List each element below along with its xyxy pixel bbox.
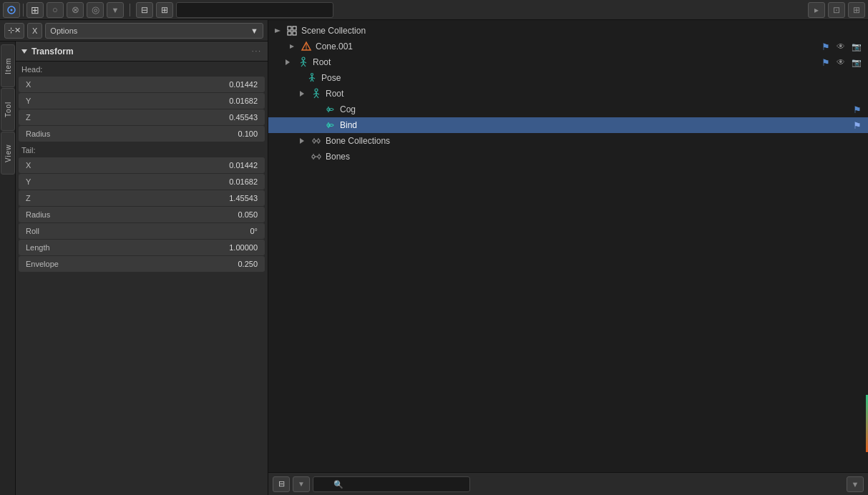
top-toolbar: ⊞ ○ ⊗ ◎ ▼ ⊟ ⊞ ▸ ⊡ ⊞ [0, 0, 868, 20]
circle-icon-btn[interactable]: ○ [47, 2, 64, 18]
disabled-icon-btn[interactable]: ⊗ [67, 2, 84, 18]
bind-flag-icon[interactable]: ⚑ [852, 120, 862, 130]
svg-marker-7 [290, 44, 294, 49]
length-value: 1.00000 [83, 243, 265, 252]
cog-actions: ⚑ [852, 104, 868, 114]
root-bone-group-item[interactable]: Root [268, 86, 868, 102]
svg-point-24 [315, 89, 318, 92]
length-label: Length [19, 243, 83, 252]
length-row[interactable]: Length 1.00000 [19, 240, 265, 255]
outliner-content: Scene Collection Cone.001 ⚑ 👁 [268, 20, 868, 472]
bottom-spacer [313, 476, 844, 492]
outliner-view-dropdown-btn[interactable]: ▼ [293, 476, 310, 492]
tab-view[interactable]: View [1, 132, 15, 175]
cog-label: Cog [340, 104, 849, 114]
tail-radius-value: 0.050 [83, 210, 265, 219]
head-radius-value: 0.100 [83, 129, 265, 138]
svg-rect-3 [288, 26, 291, 30]
svg-point-37 [313, 139, 316, 142]
root-armature-arrow [283, 59, 293, 66]
svg-rect-5 [288, 31, 291, 35]
bottom-search-input[interactable] [313, 476, 470, 492]
root-armature-item[interactable]: Root ⚑ 👁 📷 [268, 54, 868, 70]
svg-point-11 [302, 57, 305, 60]
svg-marker-2 [275, 29, 281, 33]
left-inner: Item Tool View Transform ··· Head: X 0.0… [0, 41, 268, 495]
head-label: Head: [16, 62, 268, 76]
split-view2-btn[interactable]: ⊞ [156, 2, 173, 18]
svg-line-28 [314, 95, 316, 98]
pose-icon [306, 72, 318, 84]
root-armature-label: Root [313, 57, 818, 67]
tail-label: Tail: [16, 142, 268, 157]
root-camera-icon[interactable]: 📷 [851, 57, 862, 68]
cursor-icon-btn[interactable] [3, 2, 20, 18]
cog-icon [324, 103, 337, 116]
scene-collection-label: Scene Collection [301, 26, 868, 36]
tail-radius-row[interactable]: Radius 0.050 [19, 207, 265, 222]
more-icon-btn[interactable]: ⊡ [828, 2, 845, 18]
tail-radius-label: Radius [19, 210, 83, 219]
head-z-row[interactable]: Z 0.45543 [19, 109, 265, 125]
envelope-row[interactable]: Envelope 0.250 [19, 256, 265, 272]
pose-item[interactable]: Pose [268, 70, 868, 86]
head-y-row[interactable]: Y 0.01682 [19, 93, 265, 109]
cone-item[interactable]: Cone.001 ⚑ 👁 📷 [268, 39, 868, 54]
outliner-search-input[interactable] [176, 2, 333, 18]
cone-icon [300, 40, 313, 53]
x-button[interactable]: X [27, 23, 42, 39]
tail-x-row[interactable]: X 0.01442 [19, 157, 265, 173]
head-x-value: 0.01442 [83, 80, 265, 89]
roll-row[interactable]: Roll 0° [19, 223, 265, 239]
scene-collection-item[interactable]: Scene Collection [268, 23, 868, 39]
outliner-panel: Scene Collection Cone.001 ⚑ 👁 [268, 20, 868, 495]
section-options[interactable]: ··· [252, 47, 262, 55]
svg-point-38 [317, 139, 320, 142]
tail-y-label: Y [19, 177, 83, 186]
svg-rect-4 [293, 26, 296, 30]
split-view-btn[interactable]: ⊟ [136, 2, 153, 18]
cone-camera-icon[interactable]: 📷 [851, 41, 862, 52]
tab-tool[interactable]: Tool [1, 88, 15, 131]
dropdown-icon-btn[interactable]: ▼ [107, 2, 124, 18]
tail-x-label: X [19, 161, 83, 170]
root-flag-icon[interactable]: ⚑ [821, 57, 831, 67]
head-radius-row[interactable]: Radius 0.100 [19, 126, 265, 142]
cone-eye-icon[interactable]: 👁 [835, 41, 847, 52]
side-tabs: Item Tool View [0, 41, 16, 495]
head-x-row[interactable]: X 0.01442 [19, 77, 265, 92]
tail-z-row[interactable]: Z 1.45543 [19, 190, 265, 206]
bottom-filter-btn[interactable]: ▼ [847, 476, 864, 492]
left-top-bar: ⊹✕ X Options ▼ [0, 20, 268, 41]
svg-marker-10 [286, 59, 290, 65]
bind-item[interactable]: Bind ⚑ [268, 117, 868, 133]
filter-icon-btn[interactable]: ▸ [808, 2, 825, 18]
magnet-icon-btn[interactable]: ◎ [87, 2, 104, 18]
svg-point-44 [312, 155, 315, 158]
filter2-icon-btn[interactable]: ⊞ [848, 2, 865, 18]
head-radius-label: Radius [19, 129, 83, 138]
cone-label: Cone.001 [316, 41, 818, 52]
root-eye-icon[interactable]: 👁 [835, 57, 847, 68]
root-armature-icon [297, 56, 310, 69]
grid-icon-btn[interactable]: ⊞ [26, 2, 44, 18]
root-bone-icon [310, 87, 323, 100]
transform-icon-btn[interactable]: ⊹✕ [4, 23, 24, 39]
cog-item[interactable]: Cog ⚑ [268, 102, 868, 117]
cone-flag-icon[interactable]: ⚑ [821, 41, 831, 52]
bones-item[interactable]: Bones [268, 149, 868, 165]
bone-collections-item[interactable]: Bone Collections [268, 133, 868, 149]
scene-icon [286, 24, 298, 37]
bone-collections-label: Bone Collections [326, 136, 868, 146]
outliner-bottom-bar: ⊟ ▼ ▼ [268, 472, 868, 495]
cog-flag-icon[interactable]: ⚑ [852, 104, 862, 114]
tail-x-value: 0.01442 [83, 161, 265, 170]
outliner-view-btn[interactable]: ⊟ [273, 476, 290, 492]
tail-y-row[interactable]: Y 0.01682 [19, 174, 265, 190]
svg-point-1 [11, 9, 13, 11]
head-y-label: Y [19, 97, 83, 105]
tab-item[interactable]: Item [1, 44, 15, 87]
options-button[interactable]: Options ▼ [45, 23, 263, 39]
envelope-label: Envelope [19, 260, 83, 268]
transform-section-header[interactable]: Transform ··· [16, 41, 268, 62]
